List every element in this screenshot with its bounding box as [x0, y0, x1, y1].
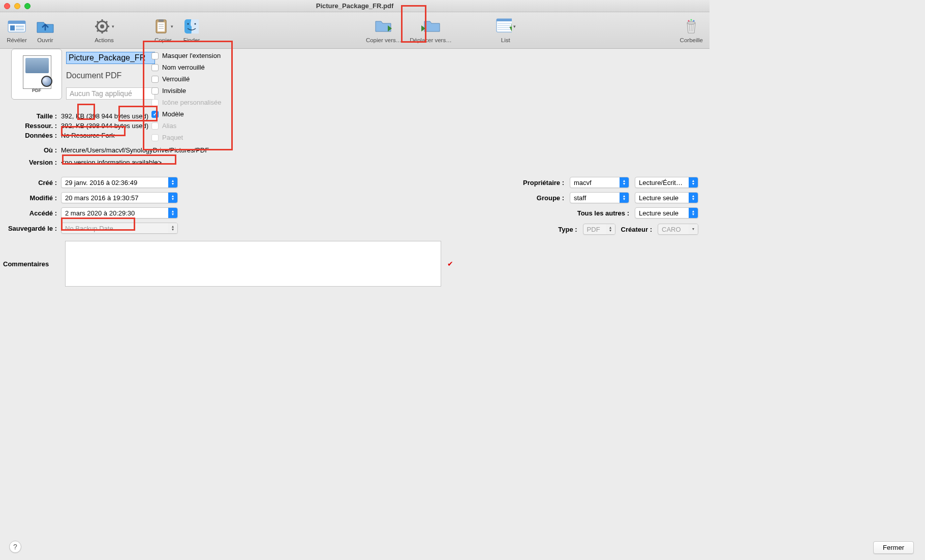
folder-move-icon [420, 17, 441, 36]
resource-value: 392, KB (398 944 bytes used) [61, 122, 148, 130]
group-value: staff [574, 194, 586, 202]
move-to-label: Déplacer vers… [410, 37, 451, 43]
actions-label: Actions [95, 37, 114, 43]
owner-select[interactable]: macvf ▴▾ [570, 177, 629, 188]
name-locked-checkbox[interactable]: Nom verrouillé [151, 61, 243, 73]
created-select[interactable]: 29 janv. 2016 à 02:36:49 ▴▾ [61, 177, 178, 188]
folder-copy-icon [374, 17, 394, 36]
stepper-icon: ▴▾ [606, 224, 615, 234]
custom-icon-label: Icône personnalisée [162, 99, 221, 106]
open-button[interactable]: Ouvrir [34, 17, 57, 43]
stepper-icon: ▴▾ [168, 223, 177, 233]
svg-rect-25 [497, 19, 512, 21]
created-label: Créé : [0, 179, 61, 186]
everyone-label: Tous les autres : [577, 209, 629, 217]
where-value: Mercure/Users/macvf/SynologyDrive/Pictur… [61, 146, 209, 154]
type-select: PDF ▴▾ [583, 224, 615, 235]
accessed-select[interactable]: 2 mars 2020 à 20:29:30 ▴▾ [61, 207, 178, 219]
owner-perm-value: Lecture/Écrit… [639, 179, 683, 186]
locked-checkbox[interactable]: Verrouillé [151, 73, 243, 85]
reveal-icon [7, 17, 27, 36]
trash-button[interactable]: Corbeille [679, 17, 704, 43]
gear-icon: ▾ [94, 17, 114, 36]
stepper-icon: ▴▾ [689, 208, 698, 218]
invisible-checkbox[interactable]: Invisible [151, 85, 243, 97]
copy-button[interactable]: ▾ Copier [151, 17, 175, 43]
owner-perm-select[interactable]: Lecture/Écrit… ▴▾ [635, 177, 698, 188]
chevron-down-icon: ▾ [171, 24, 173, 29]
svg-rect-2 [10, 25, 15, 30]
type-label: Type : [558, 226, 577, 233]
stepper-icon: ▴▾ [168, 193, 177, 203]
type-row: Type : PDF ▴▾ Créateur : CARO ▾ [558, 224, 698, 235]
everyone-perm-select[interactable]: Lecture seule ▴▾ [635, 207, 698, 219]
file-kind: Document PDF [66, 71, 121, 80]
file-thumbnail[interactable]: PDF [11, 49, 62, 100]
accessed-label: Accédé : [0, 209, 61, 217]
custom-icon-checkbox: Icône personnalisée [151, 97, 243, 108]
data-value: No Resource Fork [61, 132, 114, 139]
pdf-icon-label: PDF [32, 88, 41, 93]
open-label: Ouvrir [37, 37, 53, 43]
copy-to-button[interactable]: Copier vers… [364, 17, 403, 43]
group-select[interactable]: staff ▴▾ [570, 192, 629, 203]
svg-line-13 [97, 30, 99, 32]
group-perm-select[interactable]: Lecture seule ▴▾ [635, 192, 698, 203]
hide-ext-label: Masquer l'extension [162, 52, 221, 59]
list-button[interactable]: ▾ List [494, 17, 517, 43]
group-perm-value: Lecture seule [639, 194, 679, 202]
svg-rect-17 [159, 19, 164, 22]
creator-value: CARO [662, 226, 681, 233]
chevron-down-icon: ▾ [689, 224, 698, 234]
reveal-button[interactable]: Révéler [5, 17, 28, 43]
svg-point-22 [188, 23, 189, 25]
accessed-value: 2 mars 2020 à 20:29:30 [65, 209, 135, 217]
type-value: PDF [587, 226, 600, 233]
data-label: Données : [0, 132, 61, 139]
modified-select[interactable]: 20 mars 2016 à 19:30:57 ▴▾ [61, 192, 178, 203]
dates-section: Créé : 29 janv. 2016 à 02:36:49 ▴▾ Modif… [0, 177, 178, 238]
move-to-button[interactable]: Déplacer vers… [408, 17, 453, 43]
list-icon: ▾ [496, 17, 516, 36]
where-label: Où : [0, 146, 61, 154]
size-label: Taille : [0, 112, 61, 120]
finder-button[interactable]: Finder [180, 17, 203, 43]
stepper-icon: ▴▾ [689, 177, 698, 188]
svg-rect-1 [8, 21, 25, 24]
svg-point-37 [693, 20, 695, 22]
open-icon [35, 17, 55, 36]
finder-icon [181, 17, 202, 36]
check-icon: ✔ [447, 260, 453, 268]
copy-label: Copier [155, 37, 172, 43]
clipboard-icon: ▾ [153, 17, 173, 36]
owner-label: Propriétaire : [523, 179, 564, 186]
backup-label: Sauvegardé le : [0, 225, 61, 232]
version-row: Version : <no version information availa… [0, 159, 162, 166]
svg-point-36 [691, 19, 692, 21]
svg-point-31 [687, 21, 695, 24]
chevron-down-icon: ▾ [112, 24, 114, 29]
info-section: Taille :392, KB (398 944 bytes used) Res… [0, 111, 209, 154]
backup-select: No Backup Date ▴▾ [61, 223, 178, 234]
svg-point-6 [100, 24, 104, 28]
creator-select: CARO ▾ [658, 224, 698, 235]
main-panel: PDF Picture_Package_FR Document PDF Aucu… [0, 49, 710, 64]
hide-extension-checkbox[interactable]: Masquer l'extension [151, 50, 243, 61]
creator-label: Créateur : [621, 226, 652, 233]
name-locked-label: Nom verrouillé [162, 64, 205, 71]
actions-button[interactable]: ▾ Actions [92, 17, 116, 43]
version-value: <no version information available> [61, 159, 162, 166]
svg-line-12 [106, 30, 108, 32]
copy-to-label: Copier vers… [366, 37, 402, 43]
version-label: Version : [0, 159, 61, 166]
filename-input[interactable]: Picture_Package_FR [66, 52, 155, 64]
comments-textarea[interactable] [65, 241, 441, 287]
tag-input[interactable]: Aucun Tag appliqué [66, 87, 155, 100]
stepper-icon: ▴▾ [168, 177, 177, 188]
trash-label: Corbeille [680, 37, 703, 43]
svg-rect-16 [158, 22, 165, 32]
resource-label: Ressour. : [0, 122, 61, 130]
owner-value: macvf [574, 179, 592, 186]
window-title: Picture_Package_FR.pdf [0, 2, 710, 10]
size-value: 392, KB (398 944 bytes used) [61, 112, 148, 120]
